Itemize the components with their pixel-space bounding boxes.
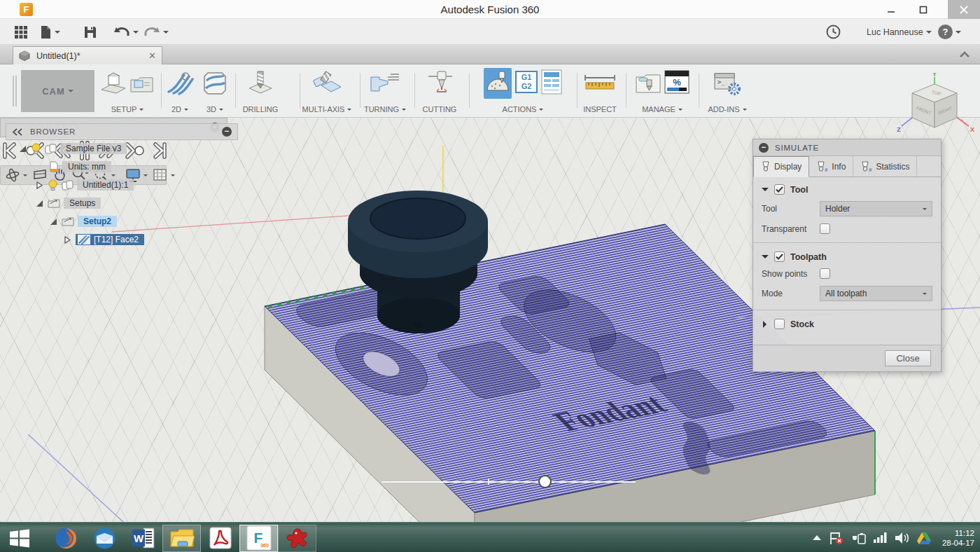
collapsed-triangle-icon[interactable] [35,181,44,190]
collapsed-triangle-icon[interactable] [63,235,72,244]
ribbon-group-cutting[interactable]: CUTTING [416,69,463,113]
expanded-triangle-icon[interactable] [49,217,58,226]
ribbon-group-label: INSPECT [583,105,617,113]
job-status-button[interactable] [826,23,841,41]
save-button[interactable] [84,23,97,41]
ribbon-group-drilling[interactable]: DRILLING [238,69,283,113]
tree-item-setups[interactable]: Setups [35,196,101,210]
playback-slider-handle[interactable] [538,475,552,488]
tree-item-setup2[interactable]: Setup2 [49,214,117,228]
transparent-checkbox[interactable] [820,223,830,234]
apps-grid-button[interactable] [14,23,28,41]
taskbar-acrobat[interactable] [201,525,239,552]
tree-item-root[interactable]: Sample File v3 [18,142,127,156]
tree-item-units[interactable]: Units: mm [49,160,111,174]
axis-y-label: Y [932,73,937,78]
tool-dropdown[interactable]: Holder [820,201,932,216]
stock-checkbox[interactable] [774,319,785,329]
network-signal-icon[interactable] [873,532,888,544]
taskbar-file-explorer[interactable] [162,525,201,552]
section-collapsed-icon[interactable] [763,321,770,328]
stock-section-header[interactable]: Stock [753,312,941,339]
collapse-ribbon-icon[interactable] [959,50,970,59]
close-button[interactable] [948,0,980,19]
collapse-browser-icon[interactable] [12,128,23,136]
browser-collapse-icon[interactable]: − [222,127,232,137]
tree-item-label[interactable]: Sample File v3 [60,143,127,154]
section-expanded-icon[interactable] [762,188,769,195]
tab-display[interactable]: Display [753,156,809,177]
tab-statistics[interactable]: # Statistics [853,156,917,177]
help-icon: ? [938,25,953,39]
tree-item-label[interactable]: Units: mm [62,161,111,172]
tab-close-icon[interactable]: ✕ [148,50,156,61]
taskbar-thunderbird[interactable] [85,525,124,552]
ribbon-group-manage[interactable]: % MANAGE [629,69,696,113]
ribbon-group-3d[interactable]: 3D [199,69,231,113]
file-menu-button[interactable] [40,23,60,41]
tab-info[interactable]: # Info [809,156,853,177]
ribbon-group-add-ins[interactable]: >_ ADD-INS [701,69,753,113]
volume-icon[interactable] [895,532,910,544]
visibility-bulb-icon[interactable] [48,179,58,191]
ribbon-group-multi-axis[interactable]: MULTI-AXIS [297,69,357,113]
taskbar-word[interactable]: W [124,525,162,552]
browser-panel-header[interactable]: BROWSER − [6,123,238,140]
expanded-triangle-icon[interactable] [35,199,44,208]
power-battery-icon[interactable] [850,532,867,544]
help-menu[interactable]: ? [938,23,961,41]
maximize-button[interactable] [907,0,939,19]
document-tab[interactable]: Untitled(1)* ✕ [13,46,162,64]
start-button[interactable] [0,525,38,552]
minimize-button[interactable] [875,0,907,19]
axis-x-label: X [970,126,974,133]
ribbon-group-actions[interactable]: G1 G2 ACTIONS [472,69,574,113]
chevron-down-icon [923,208,927,212]
show-points-checkbox[interactable] [820,268,830,279]
setup-sheet-button[interactable] [541,69,562,97]
tool-section-header[interactable]: Tool [753,177,941,198]
mode-dropdown[interactable]: All toolpath [820,286,932,301]
tool-section-checkbox[interactable] [774,184,785,195]
expanded-triangle-icon[interactable] [18,144,27,153]
playback-slider-track[interactable] [382,481,636,483]
user-account-menu[interactable]: Luc Hanneuse [867,23,932,41]
tree-item-label[interactable]: Setups [64,198,101,209]
turning-icon [370,71,400,95]
ribbon-separator [699,73,699,108]
ribbon-grip[interactable] [13,76,17,106]
toolpath-section-checkbox[interactable] [774,251,785,262]
tree-item-face2[interactable]: [T12] Face2 [63,233,144,247]
redo-button[interactable] [144,23,169,41]
simulate-collapse-icon[interactable]: − [759,143,769,153]
chevron-down-icon [923,293,927,297]
ribbon-group-inspect[interactable]: INSPECT [578,69,622,113]
tree-item-subcomponent[interactable]: Untitled(1):1 [35,178,134,192]
tree-item-label[interactable]: Untitled(1):1 [77,179,134,191]
undo-button[interactable] [113,23,139,41]
visibility-bulb-icon[interactable] [31,143,41,154]
show-hidden-icons[interactable] [812,534,822,541]
workspace-switcher[interactable]: CAM [21,70,94,112]
close-dialog-button[interactable]: Close [885,350,931,366]
taskbar-firefox[interactable] [47,525,85,552]
taskbar-fusion360[interactable]: F 360 [239,525,278,552]
simulate-dialog-header[interactable]: − SIMULATE [753,139,941,156]
task-manager-button[interactable]: % [664,70,690,97]
ribbon-group-2d[interactable]: 2D [164,69,196,113]
selected-toolpath-row[interactable]: [T12] Face2 [76,234,144,245]
google-drive-icon[interactable] [916,531,932,545]
taskbar-red-app[interactable] [278,525,316,552]
ribbon-group-setup[interactable]: SETUP [98,69,157,113]
action-center-flag-icon[interactable] [828,531,844,545]
toolpath-section-header[interactable]: Toolpath [753,244,941,265]
tree-item-label[interactable]: Setup2 [78,216,117,227]
section-expanded-icon[interactable] [762,255,769,262]
simulate-button[interactable] [484,68,512,99]
3d-viewport[interactable]: Fondant Y Z X TOP FRONT R [0,118,980,522]
post-process-button[interactable]: G1 G2 [514,69,538,97]
taskbar-clock[interactable]: 11:12 28-04-17 [938,528,974,548]
info-tab-icon: # [816,161,828,172]
ribbon-separator [469,73,470,108]
ribbon-group-turning[interactable]: TURNING [358,69,412,113]
